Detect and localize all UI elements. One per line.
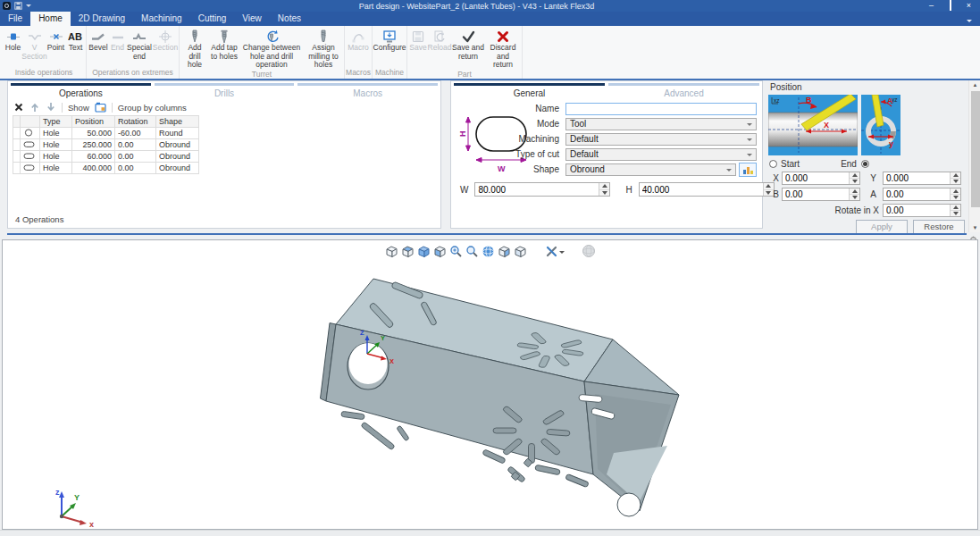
tab-view[interactable]: View — [234, 12, 270, 26]
close-button[interactable]: × — [959, 0, 978, 12]
spinner-down-button[interactable] — [850, 178, 859, 184]
special-end-button[interactable]: Special end — [126, 26, 153, 68]
ribbon-group-label: Operations on extremes — [88, 68, 178, 79]
spinner-down-button[interactable] — [951, 194, 960, 200]
point-button[interactable]: Point — [46, 26, 66, 68]
maximize-button[interactable] — [941, 0, 959, 12]
tab-machining[interactable]: Machining — [133, 12, 190, 26]
minimize-button[interactable]: – — [922, 0, 941, 12]
position-side-diagram: B X xz — [768, 95, 858, 155]
change-hole-drill-button[interactable]: Change between hole and drill operation — [239, 26, 304, 70]
tab-home[interactable]: Home — [30, 12, 71, 26]
spinner-down-button[interactable] — [599, 189, 609, 197]
tab-cutting[interactable]: Cutting — [190, 12, 235, 26]
y-stepper — [883, 172, 961, 185]
section-button[interactable]: Section — [153, 26, 178, 68]
column-header-position[interactable]: Position — [72, 116, 115, 128]
column-header-shape[interactable]: Shape — [156, 116, 199, 128]
ribbon-collapse-chevron-icon[interactable] — [967, 20, 972, 25]
triad-y-label: Y — [74, 493, 80, 502]
tab-general[interactable]: General — [454, 83, 605, 99]
table-row[interactable]: Hole 400.000 0.00 Obround — [13, 163, 199, 174]
ribbon-group-operations-on-extremes: Bevel End Special end Section — [87, 26, 180, 79]
show-button[interactable]: Show — [68, 103, 89, 113]
chevron-down-icon — [747, 154, 752, 159]
configure-button[interactable]: Configure — [373, 26, 406, 68]
table-row[interactable]: Hole 60.000 0.00 Obround — [13, 151, 199, 163]
mode-select[interactable]: Tool — [565, 118, 757, 130]
assign-milling-button[interactable]: Assign milling to holes — [304, 26, 343, 70]
hole-icon — [6, 29, 21, 44]
obround-shape-icon — [23, 163, 35, 172]
text-icon: AB — [68, 29, 84, 44]
delete-operation-icon[interactable] — [13, 102, 24, 113]
save-icon — [411, 29, 425, 44]
save-and-return-button[interactable]: Save and return — [451, 26, 485, 70]
tab-file[interactable]: File — [0, 12, 30, 26]
table-row[interactable]: Hole 50.000 -60.00 Round — [13, 128, 199, 139]
scroll-up-arrow[interactable]: ▲ — [969, 80, 980, 89]
save-button[interactable]: Save — [408, 26, 428, 70]
snapshot-icon[interactable] — [95, 102, 106, 113]
app-logo-icon[interactable] — [3, 2, 11, 10]
column-header-rotation[interactable]: Rotation — [115, 116, 156, 128]
group-by-columns-button[interactable]: Group by columns — [118, 103, 187, 113]
bevel-button[interactable]: Bevel — [88, 26, 109, 68]
add-drill-hole-button[interactable]: Add drill hole — [180, 26, 209, 70]
tab-advanced[interactable]: Advanced — [608, 83, 759, 99]
move-up-icon[interactable] — [29, 102, 40, 113]
tab-macros[interactable]: Macros — [297, 83, 438, 99]
tab-2d-drawing[interactable]: 2D Drawing — [71, 12, 133, 26]
xz-axis-label: xz — [774, 97, 780, 104]
column-header-type[interactable]: Type — [40, 116, 72, 128]
v-section-button[interactable]: V Section — [23, 26, 46, 68]
world-axis-triad: z Y x — [40, 484, 105, 527]
b-field[interactable] — [783, 188, 849, 200]
table-header-row: Type Position Rotation Shape — [13, 116, 199, 128]
shape-library-button[interactable] — [739, 163, 757, 177]
3d-viewport[interactable]: Z Y X z Y x — [2, 239, 978, 530]
shape-select[interactable]: Obround — [565, 163, 736, 176]
end-radio[interactable] — [861, 160, 869, 168]
discard-and-return-button[interactable]: Discard and return — [485, 26, 521, 70]
apply-button[interactable]: Apply — [856, 220, 908, 234]
x-field[interactable] — [783, 172, 849, 184]
text-button[interactable]: AB Text — [66, 26, 85, 68]
reload-icon — [432, 29, 447, 44]
quick-save-icon[interactable] — [14, 2, 22, 10]
scrollbar-thumb[interactable] — [971, 91, 980, 207]
spinner-down-button[interactable] — [951, 178, 960, 184]
width-field[interactable] — [475, 183, 599, 196]
tab-notes[interactable]: Notes — [270, 12, 309, 26]
a-field[interactable] — [884, 188, 950, 200]
machining-select[interactable]: Default — [565, 133, 757, 146]
start-radio[interactable] — [769, 160, 777, 168]
yz-axis-label: yz — [892, 96, 898, 104]
tab-drills[interactable]: Drills — [155, 83, 295, 99]
height-field[interactable] — [640, 183, 763, 196]
spinner-down-button[interactable] — [951, 210, 960, 216]
reload-button[interactable]: Reload — [428, 26, 451, 70]
rotate-in-x-field[interactable] — [884, 205, 950, 216]
spinner-down-button[interactable] — [850, 194, 859, 200]
scroll-down-arrow[interactable]: ▼ — [969, 223, 980, 232]
ribbon: Hole V Section Point AB Text — [0, 26, 980, 80]
table-row[interactable]: Hole 250.000 0.00 Obround — [13, 139, 199, 151]
y-field[interactable] — [884, 172, 950, 184]
type-of-cut-select[interactable]: Default — [565, 148, 757, 161]
restore-button[interactable]: Restore — [913, 220, 965, 234]
v-section-icon — [28, 29, 42, 44]
quick-access-toolbar — [0, 2, 31, 10]
bar-chart-icon — [742, 164, 754, 175]
macro-button[interactable]: Macro — [346, 26, 371, 68]
tab-operations[interactable]: Operations — [11, 83, 151, 99]
drill-bit-icon — [188, 29, 202, 44]
dimensions-row: W H — [460, 182, 753, 197]
move-down-icon[interactable] — [46, 102, 56, 113]
panel-scrollbar: ▲ ▼ — [968, 80, 980, 232]
section-icon — [158, 29, 172, 44]
start-radio-label: Start — [781, 159, 800, 169]
add-tap-to-holes-button[interactable]: Add tap to holes — [209, 26, 239, 70]
name-field[interactable] — [565, 103, 757, 115]
end-button[interactable]: End — [109, 26, 126, 68]
